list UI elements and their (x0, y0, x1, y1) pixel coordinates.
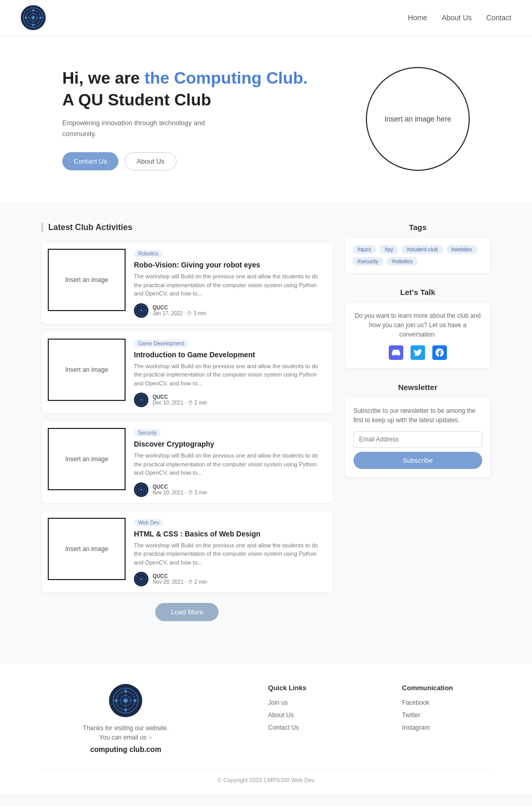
svg-point-7 (25, 17, 27, 19)
activity-meta-2: QUCC Nov 10, 2021 · ⏱ 3 min (134, 482, 326, 497)
activity-card[interactable]: Insert an image Game Development Introdu… (42, 332, 333, 414)
tags-section: Tags #qucc#py#student-club#webdev#securi… (345, 223, 490, 273)
author-name-2: QUCC (153, 484, 207, 490)
author-info-3: QUCC Nov 28, 2021 · ⏱ 2 min (153, 573, 207, 585)
facebook-icon[interactable] (432, 345, 447, 360)
footer: Thanks for visiting our website. You can… (0, 663, 532, 794)
lets-talk-title: Let's Talk (345, 288, 490, 297)
activities-section: Latest Club Activities Insert an image R… (42, 223, 333, 632)
hero-text: Hi, we are the Computing Club. A QU Stud… (62, 68, 345, 170)
activity-tag-3: Web Dev (134, 519, 163, 527)
activity-tag-1: Game Development (134, 340, 188, 347)
svg-point-18 (140, 489, 142, 490)
tag-chip[interactable]: #robotics (387, 257, 418, 266)
quick-link-item: About Us (268, 710, 307, 719)
footer-main: Thanks for visiting our website. You can… (42, 684, 490, 754)
activity-date-1: Dec 10, 2021 · ⏱ 2 min (153, 400, 207, 406)
communication-link[interactable]: Twitter (402, 711, 420, 719)
activity-card[interactable]: Insert an image Web Dev HTML & CSS : Bas… (42, 512, 333, 593)
activity-info-2: Security Discover Cryptography The works… (134, 428, 326, 497)
tag-chip[interactable]: #webdev (446, 245, 478, 254)
tag-chip[interactable]: #student-club (401, 245, 443, 254)
activity-title-3: HTML & CSS : Basics of Web Design (134, 530, 326, 538)
tags-container: #qucc#py#student-club#webdev#security#ro… (345, 238, 490, 273)
hero-image-placeholder: Insert an image here (366, 67, 470, 171)
quick-links-list: Join usAbout UsContact Us (268, 698, 307, 731)
tags-title: Tags (345, 223, 490, 232)
discord-icon[interactable] (389, 345, 403, 360)
communication-link-item: Facebook (402, 698, 453, 706)
quick-links-title: Quick Links (268, 684, 307, 692)
author-avatar-3 (134, 572, 148, 586)
activity-info-3: Web Dev HTML & CSS : Basics of Web Desig… (134, 518, 326, 587)
activities-title: Latest Club Activities (42, 223, 333, 232)
hero-section: Hi, we are the Computing Club. A QU Stud… (0, 36, 532, 202)
nav-about[interactable]: About Us (442, 14, 472, 22)
activity-image-0: Insert an image (48, 249, 126, 311)
svg-point-9 (32, 16, 35, 19)
lets-talk-section: Let's Talk Do you want to learn more abo… (345, 288, 490, 368)
activity-tag-0: Robotics (134, 250, 162, 258)
activity-meta-3: QUCC Nov 28, 2021 · ⏱ 2 min (134, 572, 326, 586)
activity-info-0: Robotics Robo-Vision: Giving your robot … (134, 249, 326, 318)
about-us-button[interactable]: About Us (125, 152, 176, 170)
nav-home[interactable]: Home (408, 14, 427, 22)
author-name-3: QUCC (153, 573, 207, 579)
svg-point-30 (134, 700, 137, 702)
activity-desc-3: The workshop will Build on the previous … (134, 541, 326, 567)
footer-website: computing club.com (79, 745, 172, 754)
hero-tagline: Empowering innovation through technology… (62, 118, 228, 140)
logo[interactable] (21, 5, 46, 30)
author-info-2: QUCC Nov 10, 2021 · ⏱ 3 min (153, 484, 207, 495)
activity-title-2: Discover Cryptography (134, 440, 326, 448)
author-name-0: QUCC (153, 305, 206, 311)
communication-links-list: FacebookTwitterInstagram (402, 698, 453, 731)
svg-point-12 (140, 310, 142, 311)
activity-image-2: Insert an image (48, 428, 126, 490)
hero-title-plain: Hi, we are (62, 69, 144, 87)
activity-title-1: Introduction to Game Development (134, 351, 326, 359)
quick-link-item: Join us (268, 698, 307, 706)
subscribe-button[interactable]: Subscribe (353, 452, 482, 469)
svg-point-6 (32, 24, 34, 26)
svg-point-21 (140, 578, 142, 580)
activity-title-0: Robo-Vision: Giving your robot eyes (134, 261, 326, 269)
lets-talk-text: Do you want to learn more about the club… (353, 311, 482, 339)
activity-info-1: Game Development Introduction to Game De… (134, 339, 326, 408)
activity-meta-0: QUCC Jan 17, 2022 · ⏱ 3 min (134, 303, 326, 318)
quick-link[interactable]: About Us (268, 711, 294, 719)
author-info-0: QUCC Jan 17, 2022 · ⏱ 3 min (153, 305, 206, 316)
activity-card[interactable]: Insert an image Robotics Robo-Vision: Gi… (42, 243, 333, 324)
activity-image-1: Insert an image (48, 339, 126, 401)
communication-title: Communication (402, 684, 453, 692)
twitter-icon[interactable] (411, 345, 425, 360)
tag-chip[interactable]: #qucc (352, 245, 377, 254)
tag-chip[interactable]: #security (352, 257, 384, 266)
communication-link[interactable]: Instagram (402, 724, 430, 731)
communication-link-item: Instagram (402, 723, 453, 731)
author-avatar-2 (134, 482, 148, 497)
footer-quick-links: Quick Links Join usAbout UsContact Us (268, 684, 307, 735)
main-content: Latest Club Activities Insert an image R… (0, 202, 532, 652)
activity-meta-1: QUCC Dec 10, 2021 · ⏱ 2 min (134, 393, 326, 407)
navbar: Home About Us Contact (0, 0, 532, 36)
contact-us-button[interactable]: Contact Us (62, 152, 118, 170)
newsletter-section: Newsletter Subscribe to our newsletter t… (345, 383, 490, 477)
svg-point-27 (125, 690, 127, 693)
communication-link[interactable]: Facebook (402, 699, 430, 706)
lets-talk-box: Do you want to learn more about the club… (345, 303, 490, 368)
newsletter-text: Subscribe to our newsletter to be among … (353, 406, 482, 425)
quick-link[interactable]: Join us (268, 699, 288, 706)
footer-brand-text: Thanks for visiting our website. You can… (79, 723, 172, 742)
quick-link[interactable]: Contact Us (268, 724, 299, 731)
footer-copyright: © Copyright 2023 CMPS350 Web Dev (42, 769, 490, 783)
activity-desc-0: The workshop will Build on the previous … (134, 272, 326, 298)
load-more-button[interactable]: Load More (155, 603, 219, 621)
tag-chip[interactable]: #py (379, 245, 398, 254)
author-name-1: QUCC (153, 394, 207, 400)
activity-card[interactable]: Insert an image Security Discover Crypto… (42, 422, 333, 503)
nav-contact[interactable]: Contact (486, 14, 511, 22)
svg-point-5 (32, 9, 34, 11)
email-input[interactable] (353, 431, 482, 448)
footer-logo (109, 684, 142, 717)
